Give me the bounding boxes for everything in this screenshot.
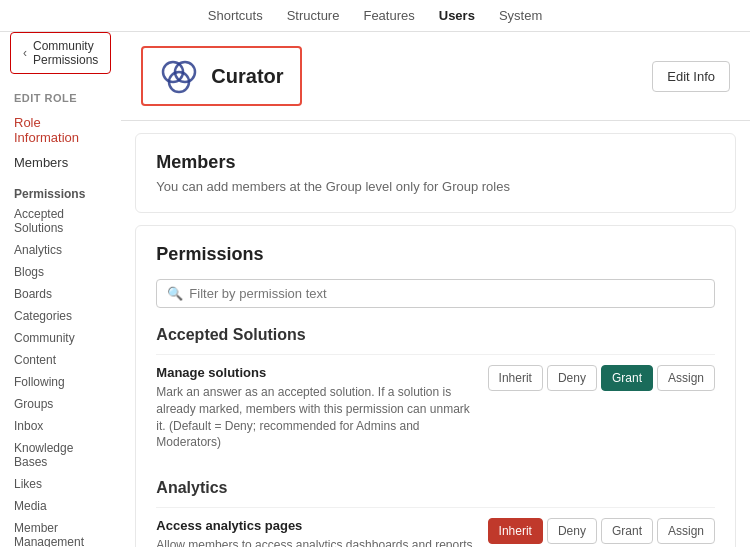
permission-access-analytics: Access analytics pages Allow members to … xyxy=(156,507,715,547)
members-section: Members You can add members at the Group… xyxy=(135,133,736,213)
search-icon: 🔍 xyxy=(167,286,183,301)
permissions-label: Permissions xyxy=(0,181,121,203)
role-title-area: Curator xyxy=(141,46,301,106)
perm-inherit-access-analytics[interactable]: Inherit xyxy=(488,518,543,544)
sidebar-sub-content[interactable]: Content xyxy=(0,349,121,371)
chevron-left-icon: ‹ xyxy=(23,46,27,60)
permissions-title: Permissions xyxy=(156,244,715,265)
nav-shortcuts[interactable]: Shortcuts xyxy=(208,8,263,23)
perm-name-access-analytics: Access analytics pages xyxy=(156,518,477,533)
edit-info-button[interactable]: Edit Info xyxy=(652,61,730,92)
perm-desc-access-analytics: Allow members to access analytics dashbo… xyxy=(156,537,477,547)
permission-search-box[interactable]: 🔍 xyxy=(156,279,715,308)
curator-icon xyxy=(159,56,199,96)
sidebar-item-members[interactable]: Members xyxy=(0,150,121,175)
sidebar-sub-member-management[interactable]: Member Management xyxy=(0,517,121,547)
role-header: Curator Edit Info xyxy=(121,32,750,121)
nav-users[interactable]: Users xyxy=(439,8,475,23)
sidebar-item-role-information[interactable]: Role Information xyxy=(0,110,121,150)
sidebar-sub-community[interactable]: Community xyxy=(0,327,121,349)
sidebar-sub-boards[interactable]: Boards xyxy=(0,283,121,305)
sidebar-sub-inbox[interactable]: Inbox xyxy=(0,415,121,437)
sidebar-sub-accepted-solutions[interactable]: Accepted Solutions xyxy=(0,203,121,239)
sidebar-sub-knowledge-bases[interactable]: Knowledge Bases xyxy=(0,437,121,473)
role-name: Curator xyxy=(211,65,283,88)
sidebar-sub-groups[interactable]: Groups xyxy=(0,393,121,415)
perm-assign-access-analytics[interactable]: Assign xyxy=(657,518,715,544)
main-content: Curator Edit Info Members You can add me… xyxy=(121,32,750,542)
members-description: You can add members at the Group level o… xyxy=(156,179,715,194)
perm-actions-manage-solutions: Inherit Deny Grant Assign xyxy=(488,365,715,391)
sidebar: ‹ Community Permissions EDIT ROLE Role I… xyxy=(0,32,121,542)
sidebar-sub-likes[interactable]: Likes xyxy=(0,473,121,495)
perm-assign-manage-solutions[interactable]: Assign xyxy=(657,365,715,391)
permission-manage-solutions: Manage solutions Mark an answer as an ac… xyxy=(156,354,715,461)
edit-role-label: EDIT ROLE xyxy=(0,88,121,110)
nav-system[interactable]: System xyxy=(499,8,542,23)
perm-grant-manage-solutions[interactable]: Grant xyxy=(601,365,653,391)
permissions-section: Permissions 🔍 Accepted Solutions Manage … xyxy=(135,225,736,547)
permission-search-input[interactable] xyxy=(189,286,704,301)
members-title: Members xyxy=(156,152,715,173)
top-nav: Shortcuts Structure Features Users Syste… xyxy=(0,0,750,32)
nav-structure[interactable]: Structure xyxy=(287,8,340,23)
perm-deny-access-analytics[interactable]: Deny xyxy=(547,518,597,544)
perm-name-manage-solutions: Manage solutions xyxy=(156,365,477,380)
sidebar-sub-following[interactable]: Following xyxy=(0,371,121,393)
sidebar-sub-blogs[interactable]: Blogs xyxy=(0,261,121,283)
back-button[interactable]: ‹ Community Permissions xyxy=(10,32,111,74)
perm-desc-manage-solutions: Mark an answer as an accepted solution. … xyxy=(156,384,477,451)
sidebar-sub-analytics[interactable]: Analytics xyxy=(0,239,121,261)
category-accepted-solutions: Accepted Solutions xyxy=(156,326,715,344)
perm-deny-manage-solutions[interactable]: Deny xyxy=(547,365,597,391)
sidebar-sub-media[interactable]: Media xyxy=(0,495,121,517)
perm-grant-access-analytics[interactable]: Grant xyxy=(601,518,653,544)
nav-features[interactable]: Features xyxy=(363,8,414,23)
back-label: Community Permissions xyxy=(33,39,98,67)
sidebar-sub-categories[interactable]: Categories xyxy=(0,305,121,327)
category-analytics: Analytics xyxy=(156,479,715,497)
perm-actions-access-analytics: Inherit Deny Grant Assign xyxy=(488,518,715,544)
perm-inherit-manage-solutions[interactable]: Inherit xyxy=(488,365,543,391)
